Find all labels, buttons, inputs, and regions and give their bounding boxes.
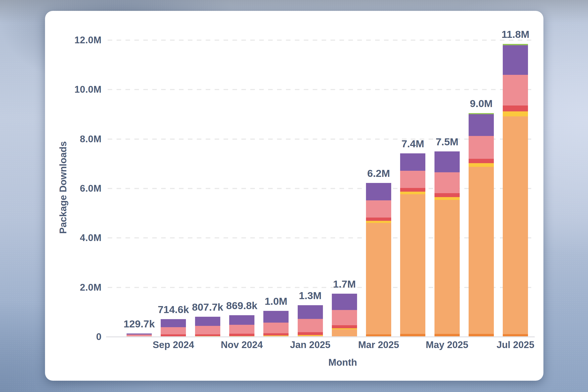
- bar-segment-orange: [503, 116, 528, 334]
- bar-segment-red: [195, 334, 220, 336]
- bar-total-label: 7.5M: [436, 136, 458, 148]
- y-axis-tick-label: 6.0M: [80, 183, 101, 194]
- bar-segment-pink: [161, 327, 186, 334]
- bar: [503, 44, 528, 337]
- bar-segment-pink: [332, 310, 357, 325]
- bar-segment-purple: [298, 305, 323, 319]
- bar-segment-red: [332, 325, 357, 328]
- bar-segment-green: [469, 113, 494, 114]
- bar-total-label: 869.8k: [226, 300, 257, 312]
- bar-segment-orange: [332, 329, 357, 337]
- bar-total-label: 129.7k: [123, 318, 155, 330]
- bar: [400, 153, 425, 337]
- bar-segment-red: [469, 159, 494, 163]
- bar-segment-purple: [503, 45, 528, 74]
- bar-segment-yellow: [263, 336, 289, 336]
- bar-total-label: 9.0M: [470, 98, 493, 110]
- bar: [263, 311, 289, 337]
- bar-segment-pink: [366, 200, 391, 218]
- bar-segment-pink: [263, 322, 289, 333]
- bar-total-label: 807.7k: [192, 301, 223, 313]
- bar-segment-yellow: [469, 163, 494, 167]
- y-axis-tick-label: 4.0M: [80, 232, 101, 243]
- bar-segment-yellow: [366, 221, 391, 223]
- bar-total-label: 1.0M: [265, 295, 287, 307]
- bar-segment-purple: [195, 317, 220, 326]
- bar-segment-purple: [332, 294, 357, 310]
- bar-segment-purple: [400, 153, 425, 171]
- bar: [298, 305, 323, 337]
- bar-segment-pink: [195, 326, 220, 334]
- y-axis-tick-label: 0: [96, 331, 101, 342]
- bar-segment-yellow: [400, 192, 425, 194]
- bar-chart: 02.0M4.0M6.0M8.0M10.0M12.0M 129.7k714.6k…: [0, 0, 588, 392]
- bar-total-label: 714.6k: [158, 304, 189, 316]
- bar-segment-purple: [435, 152, 460, 172]
- x-axis-tick-label: Nov 2024: [221, 339, 263, 350]
- bar-total-label: 11.8M: [502, 28, 529, 40]
- bar-segment-pink: [435, 172, 460, 194]
- bar-total-label: 7.4M: [401, 138, 424, 150]
- bar: [332, 294, 357, 337]
- x-axis-tick-label: Jul 2025: [497, 339, 534, 350]
- bar-segment-yellow: [435, 197, 460, 200]
- y-axis-title: Package Downloads: [58, 141, 68, 234]
- x-axis-tick-label: Mar 2025: [358, 339, 399, 350]
- gridline: [108, 40, 533, 41]
- bar-segment-orange: [366, 223, 391, 334]
- y-axis-tick-label: 12.0M: [74, 34, 101, 46]
- y-axis-tick-label: 8.0M: [80, 134, 101, 144]
- bar-total-label: 1.7M: [333, 278, 356, 290]
- bar-segment-pink: [469, 136, 494, 159]
- bar-segment-purple: [263, 311, 289, 322]
- bar-segment-orange: [435, 200, 460, 334]
- x-axis-tick-label: Sep 2024: [153, 339, 194, 350]
- bar-segment-red: [400, 188, 425, 192]
- bar-segment-yellow: [332, 328, 357, 329]
- bar-segment-purple: [126, 334, 152, 334]
- bar-segment-pink: [298, 319, 323, 332]
- bar: [435, 152, 460, 337]
- bar-segment-purple: [161, 319, 186, 327]
- bar-segment-orange: [469, 167, 494, 334]
- bar-segment-orange: [400, 194, 425, 334]
- bar-segment-red: [435, 193, 460, 197]
- bar-segment-red: [229, 334, 254, 336]
- bar-segment-pink: [503, 75, 528, 106]
- bar-segment-red: [366, 218, 391, 221]
- bar: [195, 317, 220, 337]
- bar: [366, 183, 391, 337]
- bar-segment-red: [263, 333, 289, 336]
- x-axis-tick-label: May 2025: [426, 339, 468, 350]
- bar-total-label: 1.3M: [299, 290, 322, 302]
- bar-segment-purple: [366, 183, 391, 200]
- bar: [469, 113, 494, 337]
- bar-segment-yellow: [503, 112, 528, 116]
- bar-segment-pink: [229, 325, 254, 334]
- x-axis-line: [106, 336, 535, 338]
- bar-segment-red: [298, 332, 323, 335]
- gridline: [108, 89, 533, 90]
- bar: [161, 319, 186, 337]
- bar-segment-red: [503, 106, 528, 112]
- desktop-background: 02.0M4.0M6.0M8.0M10.0M12.0M 129.7k714.6k…: [0, 0, 588, 392]
- bar-segment-red: [161, 334, 186, 336]
- bar-total-label: 6.2M: [367, 167, 390, 179]
- x-axis-title: Month: [328, 357, 357, 368]
- bar-segment-purple: [229, 315, 254, 325]
- bar-segment-green: [503, 44, 528, 45]
- x-axis-tick-label: Jan 2025: [290, 339, 331, 350]
- bar-segment-purple: [469, 114, 494, 136]
- bar-segment-pink: [400, 171, 425, 188]
- bar-segment-yellow: [298, 335, 323, 336]
- y-axis-tick-label: 10.0M: [74, 84, 101, 95]
- bar: [229, 315, 254, 337]
- y-axis-tick-label: 2.0M: [80, 282, 101, 293]
